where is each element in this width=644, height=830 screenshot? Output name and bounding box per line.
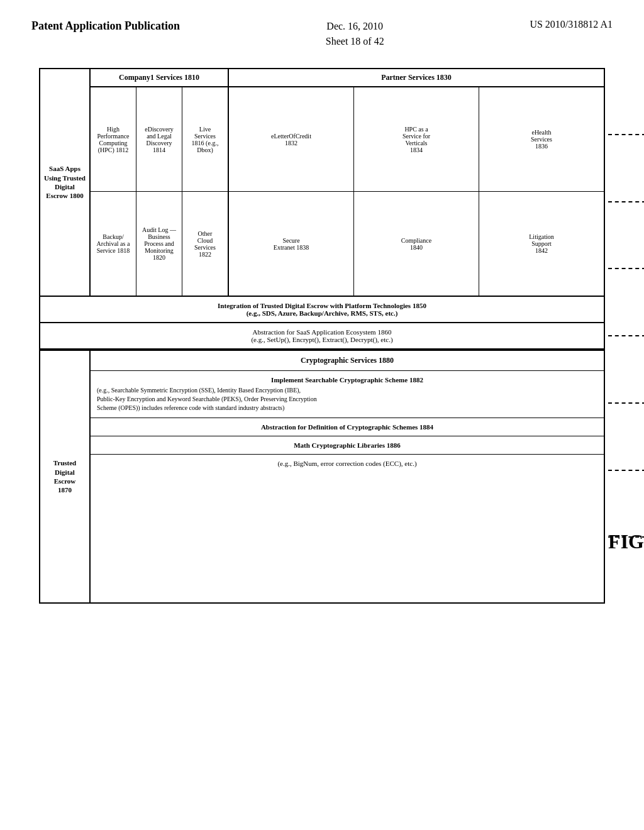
header-center: Dec. 16, 2010 Sheet 18 of 42 [326, 19, 384, 49]
page-header: Patent Application Publication Dec. 16, … [0, 0, 644, 55]
abstraction-saas-row: Abstraction for SaaS Application Ecosyst… [40, 322, 604, 350]
company1-item-hpc: HighPerformanceComputing(HPC) 1812 [91, 87, 136, 192]
partner-item-litigation: LitigationSupport1842 [479, 192, 604, 296]
integration-text-line1: Integration of Trusted Digital Escrow wi… [47, 302, 597, 309]
crypto-math-block: Math Cryptographic Libraries 1886 [91, 436, 604, 455]
crypto-scheme-header: Abstraction for Definition of Cryptograp… [97, 423, 597, 431]
saas-column: SaaS Apps Using Trusted Digital Escrow 1… [40, 69, 91, 296]
header-date: Dec. 16, 2010 [326, 19, 384, 34]
header-patent: US 2010/318812 A1 [530, 19, 613, 30]
crypto-math-detail: (e.g., BigNum, error correction codes (E… [97, 460, 597, 467]
outer-box: SaaS Apps Using Trusted Digital Escrow 1… [39, 68, 605, 604]
crypto-implement-header: Implement Searchable Cryptographic Schem… [97, 376, 597, 384]
company1-item-ediscovery: eDiscoveryand LegalDiscovery1814 [136, 87, 182, 192]
company1-item-backup: Backup/Archival as aService 1818 [91, 192, 136, 296]
dashed-line-4 [608, 335, 644, 336]
dashed-line-2 [608, 201, 644, 202]
integration-text-line2: (e.g., SDS, Azure, Backup/Archive, RMS, … [47, 309, 597, 317]
partner-item-eletter: eLetterOfCredit1832 [229, 87, 353, 192]
tde-column: TrustedDigitalEscrow1870 [40, 351, 91, 602]
abstraction-saas-line2: (e.g., SetUp(), Encrypt(), Extract(), De… [47, 336, 597, 343]
crypto-implement-block: Implement Searchable Cryptographic Schem… [91, 371, 604, 418]
partner-subcol-1: eLetterOfCredit1832 SecureExtranet 1838 [229, 87, 353, 296]
dashed-line-1 [608, 134, 644, 135]
company1-item-live: LiveServices1816 (e.g.,Dbox) [182, 87, 228, 192]
bottom-section: TrustedDigitalEscrow1870 Cryptographic S… [40, 350, 604, 602]
abstraction-saas-line1: Abstraction for SaaS Application Ecosyst… [47, 328, 597, 336]
crypto-header: Cryptographic Services 1880 [91, 351, 604, 371]
partner-subcol-2: HPC as aService forVerticals1834 Complia… [353, 87, 479, 296]
dashed-line-5 [608, 402, 644, 404]
dashed-lines [608, 68, 644, 604]
partner-subcol-3: eHealthServices1836 LitigationSupport184… [479, 87, 604, 296]
integration-row: Integration of Trusted Digital Escrow wi… [40, 296, 604, 322]
company1-services: Company1 Services 1810 HighPerformanceCo… [91, 69, 229, 296]
dashed-line-6 [608, 470, 644, 471]
partner-header: Partner Services 1830 [229, 69, 604, 87]
company1-subcol-1: HighPerformanceComputing(HPC) 1812 Backu… [91, 87, 136, 296]
crypto-implement-detail: (e.g., Searchable Symmetric Encryption (… [97, 386, 597, 412]
main-content: SaaS Apps Using Trusted Digital Escrow 1… [0, 55, 644, 616]
diagram-wrapper: SaaS Apps Using Trusted Digital Escrow 1… [39, 68, 605, 604]
publication-title: Patent Application Publication [31, 19, 180, 33]
header-sheet: Sheet 18 of 42 [326, 34, 384, 49]
tde-label: TrustedDigitalEscrow1870 [53, 458, 76, 494]
partner-item-secure: SecureExtranet 1838 [229, 192, 353, 296]
partner-item-compliance: Compliance1840 [354, 192, 479, 296]
partner-body: eLetterOfCredit1832 SecureExtranet 1838 … [229, 87, 604, 296]
partner-services: Partner Services 1830 eLetterOfCredit183… [229, 69, 604, 296]
company1-item-other: OtherCloudServices1822 [182, 192, 228, 296]
dashed-line-3 [608, 268, 644, 269]
crypto-math-detail-block: (e.g., BigNum, error correction codes (E… [91, 455, 604, 472]
fig-label: FIG. 18 [608, 530, 644, 553]
company1-subcol-3: LiveServices1816 (e.g.,Dbox) OtherCloudS… [182, 87, 228, 296]
company1-item-audit: Audit Log —BusinessProcess andMonitoring… [136, 192, 182, 296]
partner-item-ehealth: eHealthServices1836 [479, 87, 604, 192]
company1-header: Company1 Services 1810 [91, 69, 228, 87]
crypto-services: Cryptographic Services 1880 Implement Se… [91, 351, 604, 602]
crypto-math-header: Math Cryptographic Libraries 1886 [97, 441, 597, 449]
company1-body: HighPerformanceComputing(HPC) 1812 Backu… [91, 87, 228, 296]
saas-label: SaaS Apps Using Trusted Digital Escrow 1… [43, 164, 86, 200]
company1-subcol-2: eDiscoveryand LegalDiscovery1814 Audit L… [136, 87, 182, 296]
crypto-scheme-block: Abstraction for Definition of Cryptograp… [91, 418, 604, 436]
partner-item-hpc: HPC as aService forVerticals1834 [354, 87, 479, 192]
top-section: SaaS Apps Using Trusted Digital Escrow 1… [40, 69, 604, 296]
